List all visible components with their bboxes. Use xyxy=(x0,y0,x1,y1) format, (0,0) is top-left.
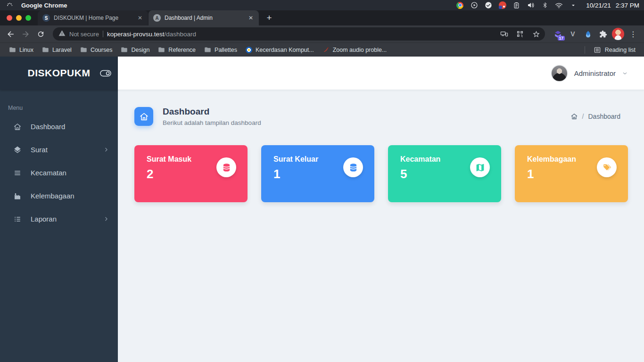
sidebar-item-label: Kelembagaan xyxy=(31,192,74,200)
sidebar-nav: Dashboard Surat Kecamatan xyxy=(0,115,118,230)
forward-button[interactable] xyxy=(19,27,32,41)
sidebar-item-dashboard[interactable]: Dashboard xyxy=(0,115,118,138)
folder-icon xyxy=(9,46,16,53)
tab-title: DISKOUKM | Home Page xyxy=(54,15,133,21)
browser-menu-kebab-icon[interactable]: ⋮ xyxy=(627,28,639,40)
url-text[interactable]: koperasi-provsu.test/dashboard xyxy=(107,31,494,38)
bookmark-kecerdasan[interactable]: Kecerdasan Komput... xyxy=(241,45,318,55)
menu-section-label: Menu xyxy=(0,90,118,115)
home-icon xyxy=(13,122,22,131)
blue-extension-icon[interactable] xyxy=(582,28,594,40)
tab-strip: S DISKOUKM | Home Page ✕ A Dashboard | A… xyxy=(0,10,644,25)
page-header: Dashboard Berikut adalah tampilan dashbo… xyxy=(134,107,628,126)
browser-toolbar: Not secure koperasi-provsu.test/dashboar… xyxy=(0,25,644,42)
tab-favicon: S xyxy=(42,14,50,22)
send-to-devices-icon[interactable] xyxy=(498,28,510,40)
tab-close-icon[interactable]: ✕ xyxy=(137,15,143,21)
layers-icon xyxy=(13,145,22,154)
sidebar-toggle-icon[interactable] xyxy=(99,68,112,78)
notification-app-icon[interactable] xyxy=(498,1,506,9)
check-circle-icon[interactable] xyxy=(484,1,492,9)
play-circle-icon[interactable] xyxy=(470,1,478,9)
page-subtitle: Berikut adalah tampilan dashboard xyxy=(163,119,261,126)
chevron-right-icon xyxy=(103,216,109,222)
sidebar-item-label: Laporan xyxy=(31,215,57,223)
extensions-area: 17 V ⋮ xyxy=(551,28,640,40)
url-path: /dashboard xyxy=(164,31,196,38)
folder-icon xyxy=(42,46,49,53)
browser-tab-dashboard[interactable]: A Dashboard | Admin ✕ xyxy=(149,10,259,25)
bookmark-folder-design[interactable]: Design xyxy=(116,44,154,55)
window-close-button[interactable] xyxy=(7,15,12,21)
volume-icon[interactable] xyxy=(527,1,535,9)
sidebar-item-kelembagaan[interactable]: Kelembagaan xyxy=(0,184,118,207)
bookmark-folder-courses[interactable]: Courses xyxy=(76,44,117,55)
page-content: Dashboard Berikut adalah tampilan dashbo… xyxy=(118,90,644,362)
bluetooth-icon[interactable] xyxy=(541,1,549,9)
browser-profile-avatar[interactable] xyxy=(612,28,624,40)
stat-card-kelembagaan: Kelembagaan 1 xyxy=(515,145,628,202)
sidebar-item-kecamatan[interactable]: Kecamatan xyxy=(0,161,118,184)
activities-icon[interactable] xyxy=(6,1,14,9)
new-tab-button[interactable]: + xyxy=(262,11,276,25)
window-minimize-button[interactable] xyxy=(16,15,22,21)
back-button[interactable] xyxy=(4,27,17,41)
user-avatar[interactable] xyxy=(551,65,568,82)
stat-card-surat-keluar: Surat Keluar 1 xyxy=(261,145,374,202)
folder-icon xyxy=(204,46,211,53)
chevron-down-icon[interactable] xyxy=(569,1,577,9)
reload-button[interactable] xyxy=(34,27,47,41)
system-date: 10/21/21 xyxy=(586,2,611,9)
sidebar: DISKOPUKM Menu Dashboard Surat xyxy=(0,57,118,362)
extension-badge: 17 xyxy=(558,36,565,41)
bookmark-star-icon[interactable] xyxy=(530,28,542,40)
desktop-screen: Google Chrome xyxy=(0,0,644,362)
extensions-puzzle-icon[interactable] xyxy=(597,28,609,40)
folder-icon xyxy=(121,46,128,53)
sidebar-item-laporan[interactable]: Laporan xyxy=(0,207,118,230)
bookmark-folder-reference[interactable]: Reference xyxy=(154,44,200,55)
address-bar[interactable]: Not secure koperasi-provsu.test/dashboar… xyxy=(53,27,545,41)
dashboard-home-icon xyxy=(134,107,153,126)
bookmarks-divider xyxy=(585,46,585,54)
user-dropdown-caret-icon[interactable] xyxy=(622,70,628,76)
system-clock[interactable]: 10/21/21 2:37 PM xyxy=(586,2,639,9)
wifi-icon[interactable] xyxy=(555,1,563,9)
window-controls xyxy=(0,10,38,25)
url-host: koperasi-provsu.test xyxy=(107,31,165,38)
brand-logo: DISKOPUKM xyxy=(28,67,91,79)
bookmark-folder-linux[interactable]: Linux xyxy=(5,44,38,55)
breadcrumb-current: Dashboard xyxy=(588,113,621,120)
reading-list-button[interactable]: Reading list xyxy=(590,44,639,56)
breadcrumb-home-icon[interactable] xyxy=(570,113,578,120)
security-label[interactable]: Not secure xyxy=(69,31,99,38)
chrome-tray-icon[interactable] xyxy=(456,1,464,9)
list-icon xyxy=(13,168,22,177)
sidebar-item-surat[interactable]: Surat xyxy=(0,138,118,161)
omnibox-divider xyxy=(103,31,103,37)
window-maximize-button[interactable] xyxy=(25,15,31,21)
clipboard-icon[interactable] xyxy=(512,1,520,9)
map-icon xyxy=(470,157,490,177)
purple-extension-icon[interactable]: 17 xyxy=(552,28,564,40)
page-topbar: Administrator xyxy=(118,57,644,90)
stat-cards: Surat Masuk 2 Surat Keluar 1 xyxy=(134,145,628,202)
bookmark-folder-pallettes[interactable]: Pallettes xyxy=(200,44,241,55)
main-area: Administrator Dashboard Berikut adalah t… xyxy=(118,57,644,362)
bookmarks-bar: Linux Laravel Courses Design Reference P… xyxy=(0,42,644,57)
tab-close-icon[interactable]: ✕ xyxy=(248,15,254,21)
active-app-title[interactable]: Google Chrome xyxy=(21,2,67,9)
v-extension-icon[interactable]: V xyxy=(567,28,579,40)
browser-tab-home[interactable]: S DISKOUKM | Home Page ✕ xyxy=(38,10,148,25)
sidebar-header: DISKOPUKM xyxy=(0,57,118,90)
user-name[interactable]: Administrator xyxy=(574,69,616,77)
database-icon xyxy=(343,157,363,177)
web-page: DISKOPUKM Menu Dashboard Surat xyxy=(0,57,644,362)
qr-code-icon[interactable] xyxy=(514,28,526,40)
bookmark-zoom-audio[interactable]: Zoom audio proble... xyxy=(318,44,391,55)
bookmark-folder-laravel[interactable]: Laravel xyxy=(38,44,76,55)
tab-favicon: A xyxy=(153,14,161,22)
system-top-bar: Google Chrome xyxy=(0,0,644,10)
database-icon xyxy=(216,157,236,177)
page-title: Dashboard xyxy=(163,107,261,117)
